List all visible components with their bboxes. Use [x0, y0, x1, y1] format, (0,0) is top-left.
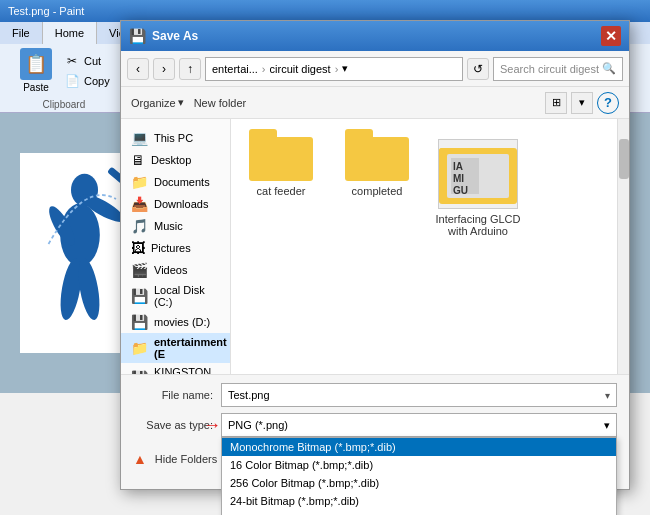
savetype-selected[interactable]: PNG (*.png) ▾: [221, 413, 617, 437]
sidebar-label-kingston: KINGSTON (F:): [154, 366, 220, 374]
hide-folders-label: Hide Folders: [155, 453, 217, 465]
breadcrumb[interactable]: entertai... › circuit digest › ▾: [205, 57, 463, 81]
refresh-icon: ↺: [473, 62, 483, 76]
copy-button[interactable]: 📄 Copy: [62, 72, 112, 90]
hide-folders-arrow: ▲: [133, 451, 147, 467]
tab-home[interactable]: Home: [43, 22, 97, 44]
dialog-toolbar: ‹ › ↑ entertai... › circuit digest › ▾ ↺…: [121, 51, 629, 87]
dialog-sidebar: 💻 This PC 🖥 Desktop 📁 Documents 📥 Downlo…: [121, 119, 231, 374]
folder-icon-cat-feeder: [249, 129, 313, 181]
sidebar-item-videos[interactable]: 🎬 Videos: [121, 259, 230, 281]
filename-caret: ▾: [605, 390, 610, 401]
breadcrumb-sep1: ›: [262, 63, 266, 75]
search-box[interactable]: Search circuit digest 🔍: [493, 57, 623, 81]
copy-label: Copy: [84, 75, 110, 87]
sidebar-item-this-pc[interactable]: 💻 This PC: [121, 127, 230, 149]
sidebar-label-desktop: Desktop: [151, 154, 191, 166]
local-disk-c-icon: 💾: [131, 288, 148, 304]
list-item[interactable]: cat feeder: [241, 129, 321, 237]
paste-label: Paste: [23, 82, 49, 93]
new-folder-button[interactable]: New folder: [194, 97, 247, 109]
file-area: cat feeder completed: [231, 119, 617, 374]
dropdown-option-256color[interactable]: 256 Color Bitmap (*.bmp;*.dib): [222, 474, 616, 492]
file-scrollbar[interactable]: [617, 119, 629, 374]
option-label-16color: 16 Color Bitmap (*.bmp;*.dib): [230, 459, 373, 471]
refresh-button[interactable]: ↺: [467, 58, 489, 80]
hide-folders-button[interactable]: ▲ Hide Folders: [133, 451, 217, 467]
sidebar-label-documents: Documents: [154, 176, 210, 188]
breadcrumb-root: entertai...: [212, 63, 258, 75]
filename-value: Test.png: [228, 389, 270, 401]
forward-button[interactable]: ›: [153, 58, 175, 80]
cut-label: Cut: [84, 55, 101, 67]
paint-title: Test.png - Paint: [8, 5, 84, 17]
clipboard-group: 📋 Paste ✂ Cut 📄 Copy Clipboa: [8, 48, 121, 108]
dropdown-option-jpeg[interactable]: JPEG (*.jpg;*.jpeg;*.jpe;*.jfif): [222, 510, 616, 515]
sidebar-label-movies-d: movies (D:): [154, 316, 210, 328]
breadcrumb-sep2: ›: [335, 63, 339, 75]
help-icon: ?: [604, 95, 612, 110]
sidebar-item-movies-d[interactable]: 💾 movies (D:): [121, 311, 230, 333]
this-pc-icon: 💻: [131, 130, 148, 146]
savetype-row: Save as type: PNG (*.png) ▾ Monochrome B…: [133, 413, 617, 437]
music-icon: 🎵: [131, 218, 148, 234]
filename-row: File name: Test.png ▾: [133, 383, 617, 407]
savetype-dropdown[interactable]: PNG (*.png) ▾ Monochrome Bitmap (*.bmp;*…: [221, 413, 617, 437]
sidebar-item-music[interactable]: 🎵 Music: [121, 215, 230, 237]
list-item[interactable]: completed: [337, 129, 417, 237]
selection-arrow: →: [203, 415, 221, 436]
organize-label: Organize: [131, 97, 176, 109]
search-placeholder: Search circuit digest: [500, 63, 602, 75]
option-label-24bit: 24-bit Bitmap (*.bmp;*.dib): [230, 495, 359, 507]
svg-text:IA: IA: [453, 161, 463, 172]
file-label-glcd: Interfacing GLCD with Arduino: [433, 213, 523, 237]
paste-icon: 📋: [20, 48, 52, 80]
sidebar-label-this-pc: This PC: [154, 132, 193, 144]
view-icon: ⊞: [552, 96, 561, 109]
breadcrumb-caret: ▾: [342, 62, 348, 75]
up-icon: ↑: [187, 62, 193, 76]
paste-button[interactable]: 📋 Paste: [16, 46, 56, 95]
tab-file[interactable]: File: [0, 22, 43, 44]
up-button[interactable]: ↑: [179, 58, 201, 80]
dialog-footer: File name: Test.png ▾ Save as type: PNG …: [121, 374, 629, 489]
option-label-256color: 256 Color Bitmap (*.bmp;*.dib): [230, 477, 379, 489]
dialog-subbar: Organize ▾ New folder ⊞ ▾ ?: [121, 87, 629, 119]
sidebar-item-entertainment[interactable]: 📁 entertainment (E: [121, 333, 230, 363]
dialog-close-button[interactable]: ✕: [601, 26, 621, 46]
cut-icon: ✂: [64, 53, 80, 69]
file-label-cat-feeder: cat feeder: [257, 185, 306, 197]
videos-icon: 🎬: [131, 262, 148, 278]
dropdown-option-mono-bmp[interactable]: Monochrome Bitmap (*.bmp;*.dib): [222, 438, 616, 456]
back-button[interactable]: ‹: [127, 58, 149, 80]
filename-input[interactable]: Test.png ▾: [221, 383, 617, 407]
option-label-mono-bmp: Monochrome Bitmap (*.bmp;*.dib): [230, 441, 396, 453]
sidebar-item-pictures[interactable]: 🖼 Pictures: [121, 237, 230, 259]
view-toggle-button[interactable]: ⊞: [545, 92, 567, 114]
copy-icon: 📄: [64, 73, 80, 89]
savetype-label: Save as type:: [133, 419, 213, 431]
folder-icon-completed: [345, 129, 409, 181]
sidebar-label-pictures: Pictures: [151, 242, 191, 254]
file-label-completed: completed: [352, 185, 403, 197]
dropdown-option-16color[interactable]: 16 Color Bitmap (*.bmp;*.dib): [222, 456, 616, 474]
sidebar-label-music: Music: [154, 220, 183, 232]
sidebar-item-kingston[interactable]: 💾 KINGSTON (F:): [121, 363, 230, 374]
movies-d-icon: 💾: [131, 314, 148, 330]
help-button[interactable]: ?: [597, 92, 619, 114]
dropdown-option-24bit[interactable]: 24-bit Bitmap (*.bmp;*.dib): [222, 492, 616, 510]
organize-caret: ▾: [178, 96, 184, 109]
sidebar-label-videos: Videos: [154, 264, 187, 276]
view-dropdown-button[interactable]: ▾: [571, 92, 593, 114]
sidebar-item-documents[interactable]: 📁 Documents: [121, 171, 230, 193]
organize-button[interactable]: Organize ▾: [131, 96, 184, 109]
view-buttons: ⊞ ▾ ?: [545, 92, 619, 114]
dialog-body: 💻 This PC 🖥 Desktop 📁 Documents 📥 Downlo…: [121, 119, 629, 374]
sidebar-item-local-disk-c[interactable]: 💾 Local Disk (C:): [121, 281, 230, 311]
close-icon: ✕: [605, 28, 617, 44]
list-item[interactable]: IA MI GU Interfacing GLCD with Arduino: [433, 139, 523, 237]
sidebar-item-desktop[interactable]: 🖥 Desktop: [121, 149, 230, 171]
sidebar-item-downloads[interactable]: 📥 Downloads: [121, 193, 230, 215]
desktop-icon: 🖥: [131, 152, 145, 168]
cut-button[interactable]: ✂ Cut: [62, 52, 112, 70]
